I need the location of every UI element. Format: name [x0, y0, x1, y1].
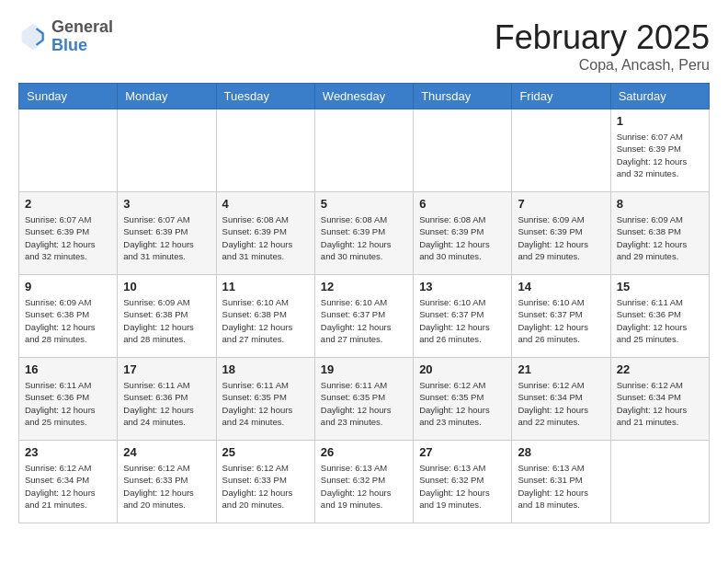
day-info: Sunrise: 6:10 AM Sunset: 6:37 PM Dayligh… — [419, 296, 506, 345]
day-info: Sunrise: 6:12 AM Sunset: 6:35 PM Dayligh… — [419, 379, 506, 428]
day-info: Sunrise: 6:10 AM Sunset: 6:37 PM Dayligh… — [321, 296, 407, 345]
weekday-header-tuesday: Tuesday — [216, 84, 314, 109]
day-number: 14 — [518, 280, 604, 293]
calendar-cell: 5Sunrise: 6:08 AM Sunset: 6:39 PM Daylig… — [314, 192, 413, 275]
calendar-cell: 6Sunrise: 6:08 AM Sunset: 6:39 PM Daylig… — [414, 192, 512, 275]
calendar-cell: 17Sunrise: 6:11 AM Sunset: 6:36 PM Dayli… — [118, 358, 216, 441]
weekday-header-friday: Friday — [512, 84, 610, 109]
svg-marker-0 — [22, 24, 45, 50]
day-number: 3 — [123, 197, 210, 211]
day-number: 26 — [321, 445, 407, 459]
calendar-cell — [314, 109, 413, 192]
weekday-header-monday: Monday — [118, 84, 216, 109]
day-info: Sunrise: 6:09 AM Sunset: 6:38 PM Dayligh… — [123, 296, 210, 345]
day-number: 1 — [617, 114, 703, 128]
calendar-cell: 18Sunrise: 6:11 AM Sunset: 6:35 PM Dayli… — [216, 358, 314, 441]
day-info: Sunrise: 6:08 AM Sunset: 6:39 PM Dayligh… — [321, 213, 407, 262]
day-number: 8 — [617, 197, 703, 211]
day-info: Sunrise: 6:12 AM Sunset: 6:34 PM Dayligh… — [518, 379, 604, 428]
calendar-cell: 13Sunrise: 6:10 AM Sunset: 6:37 PM Dayli… — [414, 275, 512, 358]
calendar-cell: 15Sunrise: 6:11 AM Sunset: 6:36 PM Dayli… — [610, 275, 709, 358]
day-info: Sunrise: 6:13 AM Sunset: 6:32 PM Dayligh… — [321, 462, 407, 511]
calendar-cell: 22Sunrise: 6:12 AM Sunset: 6:34 PM Dayli… — [610, 358, 709, 441]
day-info: Sunrise: 6:09 AM Sunset: 6:38 PM Dayligh… — [617, 213, 703, 262]
calendar-cell: 11Sunrise: 6:10 AM Sunset: 6:38 PM Dayli… — [216, 275, 314, 358]
calendar-cell — [118, 109, 216, 192]
day-info: Sunrise: 6:11 AM Sunset: 6:36 PM Dayligh… — [123, 379, 210, 428]
day-number: 17 — [123, 362, 210, 376]
day-number: 6 — [419, 197, 506, 211]
day-info: Sunrise: 6:12 AM Sunset: 6:34 PM Dayligh… — [25, 462, 111, 511]
day-number: 20 — [419, 362, 506, 376]
day-number: 13 — [419, 280, 506, 293]
calendar-week-row: 23Sunrise: 6:12 AM Sunset: 6:34 PM Dayli… — [19, 441, 710, 523]
day-number: 4 — [222, 197, 309, 211]
day-number: 11 — [222, 280, 309, 293]
calendar-table: SundayMondayTuesdayWednesdayThursdayFrid… — [18, 83, 710, 523]
day-number: 18 — [222, 362, 309, 376]
day-number: 28 — [518, 445, 604, 459]
weekday-header-sunday: Sunday — [19, 84, 118, 109]
calendar-cell: 2Sunrise: 6:07 AM Sunset: 6:39 PM Daylig… — [19, 192, 118, 275]
logo-blue: Blue — [51, 37, 113, 55]
day-info: Sunrise: 6:07 AM Sunset: 6:39 PM Dayligh… — [617, 131, 703, 179]
day-number: 27 — [419, 445, 506, 459]
day-info: Sunrise: 6:13 AM Sunset: 6:31 PM Dayligh… — [518, 462, 604, 511]
calendar-cell: 9Sunrise: 6:09 AM Sunset: 6:38 PM Daylig… — [19, 275, 118, 358]
day-number: 22 — [617, 362, 703, 376]
day-info: Sunrise: 6:11 AM Sunset: 6:35 PM Dayligh… — [321, 379, 407, 428]
calendar-week-row: 2Sunrise: 6:07 AM Sunset: 6:39 PM Daylig… — [19, 192, 710, 275]
calendar-cell: 1Sunrise: 6:07 AM Sunset: 6:39 PM Daylig… — [610, 109, 709, 192]
day-number: 23 — [25, 445, 111, 459]
calendar-cell: 21Sunrise: 6:12 AM Sunset: 6:34 PM Dayli… — [512, 358, 610, 441]
day-info: Sunrise: 6:07 AM Sunset: 6:39 PM Dayligh… — [25, 213, 111, 262]
day-info: Sunrise: 6:10 AM Sunset: 6:38 PM Dayligh… — [222, 296, 309, 345]
calendar-cell — [512, 109, 610, 192]
calendar-cell: 3Sunrise: 6:07 AM Sunset: 6:39 PM Daylig… — [118, 192, 216, 275]
day-number: 5 — [321, 197, 407, 211]
calendar-cell: 23Sunrise: 6:12 AM Sunset: 6:34 PM Dayli… — [19, 441, 118, 523]
calendar-cell: 25Sunrise: 6:12 AM Sunset: 6:33 PM Dayli… — [216, 441, 314, 523]
calendar-cell: 7Sunrise: 6:09 AM Sunset: 6:39 PM Daylig… — [512, 192, 610, 275]
day-info: Sunrise: 6:09 AM Sunset: 6:39 PM Dayligh… — [518, 213, 604, 262]
day-info: Sunrise: 6:12 AM Sunset: 6:33 PM Dayligh… — [222, 462, 309, 511]
calendar-cell — [19, 109, 118, 192]
day-number: 10 — [123, 280, 210, 293]
month-title: February 2025 — [495, 18, 710, 57]
day-info: Sunrise: 6:08 AM Sunset: 6:39 PM Dayligh… — [222, 213, 309, 262]
day-number: 21 — [518, 362, 604, 376]
day-number: 15 — [617, 280, 703, 293]
calendar-cell: 14Sunrise: 6:10 AM Sunset: 6:37 PM Dayli… — [512, 275, 610, 358]
calendar-cell: 10Sunrise: 6:09 AM Sunset: 6:38 PM Dayli… — [118, 275, 216, 358]
calendar-week-row: 9Sunrise: 6:09 AM Sunset: 6:38 PM Daylig… — [19, 275, 710, 358]
calendar-cell: 26Sunrise: 6:13 AM Sunset: 6:32 PM Dayli… — [314, 441, 413, 523]
day-info: Sunrise: 6:11 AM Sunset: 6:36 PM Dayligh… — [617, 296, 703, 345]
location-subtitle: Copa, Ancash, Peru — [495, 57, 710, 74]
calendar-cell: 20Sunrise: 6:12 AM Sunset: 6:35 PM Dayli… — [414, 358, 512, 441]
logo-icon — [18, 22, 48, 52]
logo-general: General — [51, 18, 113, 37]
logo: General Blue — [18, 18, 113, 55]
day-number: 25 — [222, 445, 309, 459]
calendar-cell: 28Sunrise: 6:13 AM Sunset: 6:31 PM Dayli… — [512, 441, 610, 523]
day-number: 12 — [321, 280, 407, 293]
day-info: Sunrise: 6:12 AM Sunset: 6:34 PM Dayligh… — [617, 379, 703, 428]
day-number: 24 — [123, 445, 210, 459]
calendar-cell: 12Sunrise: 6:10 AM Sunset: 6:37 PM Dayli… — [314, 275, 413, 358]
calendar-week-row: 16Sunrise: 6:11 AM Sunset: 6:36 PM Dayli… — [19, 358, 710, 441]
weekday-header-row: SundayMondayTuesdayWednesdayThursdayFrid… — [19, 84, 710, 109]
weekday-header-thursday: Thursday — [414, 84, 512, 109]
day-info: Sunrise: 6:12 AM Sunset: 6:33 PM Dayligh… — [123, 462, 210, 511]
calendar-cell — [414, 109, 512, 192]
day-info: Sunrise: 6:11 AM Sunset: 6:36 PM Dayligh… — [25, 379, 111, 428]
day-number: 9 — [25, 280, 111, 293]
day-info: Sunrise: 6:09 AM Sunset: 6:38 PM Dayligh… — [25, 296, 111, 345]
calendar-week-row: 1Sunrise: 6:07 AM Sunset: 6:39 PM Daylig… — [19, 109, 710, 192]
day-info: Sunrise: 6:08 AM Sunset: 6:39 PM Dayligh… — [419, 213, 506, 262]
calendar-cell: 8Sunrise: 6:09 AM Sunset: 6:38 PM Daylig… — [610, 192, 709, 275]
day-number: 7 — [518, 197, 604, 211]
calendar-cell: 16Sunrise: 6:11 AM Sunset: 6:36 PM Dayli… — [19, 358, 118, 441]
day-info: Sunrise: 6:13 AM Sunset: 6:32 PM Dayligh… — [419, 462, 506, 511]
weekday-header-saturday: Saturday — [610, 84, 709, 109]
calendar-cell: 4Sunrise: 6:08 AM Sunset: 6:39 PM Daylig… — [216, 192, 314, 275]
